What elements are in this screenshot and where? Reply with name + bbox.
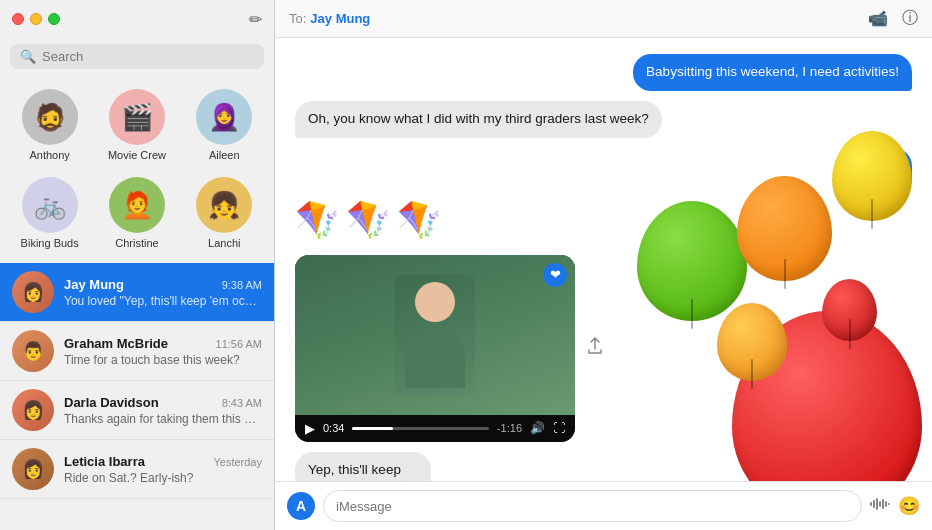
kite-1: 🪁 (295, 199, 340, 241)
avatar-aileen: 🧕 (196, 89, 252, 145)
convo-header-graham: Graham McBride 11:56 AM (64, 336, 262, 351)
contact-pin-moviecrew[interactable]: 🎬 Movie Crew (95, 83, 178, 167)
conversation-item-jay-mung[interactable]: 👩 Jay Mung 9:38 AM You loved "Yep, this'… (0, 263, 274, 322)
share-button[interactable] (587, 337, 603, 359)
convo-name-darla: Darla Davidson (64, 395, 159, 410)
traffic-lights (12, 13, 60, 25)
video-controls[interactable]: ▶ 0:34 -1:16 🔊 ⛶ (295, 415, 575, 442)
video-thumbnail: ❤ (295, 255, 575, 415)
fullscreen-icon[interactable]: ⛶ (553, 421, 565, 435)
info-button[interactable]: ⓘ (902, 8, 918, 29)
message-text-2: Oh, you know what I did with my third gr… (308, 111, 649, 126)
sidebar: ✏ 🔍 🧔 Anthony 🎬 Movie Crew 🧕 Aileen 🚲 Bi… (0, 0, 275, 530)
search-input[interactable] (42, 49, 254, 64)
message-row-2: Oh, you know what I did with my third gr… (295, 101, 912, 138)
convo-header-darla: Darla Davidson 8:43 AM (64, 395, 262, 410)
contact-pin-anthony[interactable]: 🧔 Anthony (8, 83, 91, 167)
svg-rect-1 (873, 500, 875, 508)
svg-rect-6 (888, 503, 890, 505)
contact-pin-christine[interactable]: 🧑‍🦰 Christine (95, 171, 178, 255)
svg-rect-5 (885, 501, 887, 507)
contact-name-bikingbuds: Biking Buds (21, 237, 79, 249)
app-store-icon: A (296, 498, 306, 514)
compose-icon: ✏ (249, 11, 262, 28)
message-text-1: Babysitting this weekend, I need activit… (646, 64, 899, 79)
video-time-remaining: -1:16 (497, 422, 522, 434)
emoji-button[interactable]: 😊 (898, 495, 920, 517)
message-bubble-3: Tell me! (839, 148, 912, 185)
compose-button[interactable]: ✏ (249, 10, 262, 29)
audio-record-icon[interactable] (870, 496, 890, 516)
titlebar: ✏ (0, 0, 274, 38)
message-bubble-reaction: Yep, this'll keep 'em occupied. 🤩 (295, 452, 431, 481)
main-chat: To: Jay Mung 📹 ⓘ Babysitting this weeken… (275, 0, 932, 530)
video-message[interactable]: ❤ ▶ 0:34 -1:16 🔊 ⛶ (295, 255, 575, 442)
convo-time-darla: 8:43 AM (222, 397, 262, 409)
convo-time-jay-mung: 9:38 AM (222, 279, 262, 291)
avatar-leticia: 👩 (12, 448, 54, 490)
conversation-item-leticia[interactable]: 👩 Leticia Ibarra Yesterday Ride on Sat.?… (0, 440, 274, 499)
video-wrapper: ❤ ▶ 0:34 -1:16 🔊 ⛶ (295, 255, 575, 442)
conversation-item-darla[interactable]: 👩 Darla Davidson 8:43 AM Thanks again fo… (0, 381, 274, 440)
contact-pin-aileen[interactable]: 🧕 Aileen (183, 83, 266, 167)
convo-info-jay-mung: Jay Mung 9:38 AM You loved "Yep, this'll… (64, 277, 262, 308)
video-person (295, 255, 575, 415)
avatar-graham: 👨 (12, 330, 54, 372)
app-store-button[interactable]: A (287, 492, 315, 520)
avatar-lanchi: 👧 (196, 177, 252, 233)
chat-input-area: A 😊 (275, 481, 932, 530)
volume-icon[interactable]: 🔊 (530, 421, 545, 435)
convo-preview-leticia: Ride on Sat.? Early-ish? (64, 471, 262, 485)
video-progress-bar[interactable] (352, 427, 489, 430)
contact-name-aileen: Aileen (209, 149, 240, 161)
convo-info-graham: Graham McBride 11:56 AM Time for a touch… (64, 336, 262, 367)
video-call-icon: 📹 (868, 10, 888, 27)
chat-to-label: To: (289, 11, 306, 26)
message-row-1: Babysitting this weekend, I need activit… (295, 54, 912, 91)
message-input[interactable] (323, 490, 862, 522)
message-bubble-1: Babysitting this weekend, I need activit… (633, 54, 912, 91)
kite-2: 🪁 (346, 199, 391, 241)
convo-preview-graham: Time for a touch base this week? (64, 353, 262, 367)
reaction-bubble-wrapper: Yep, this'll keep 'em occupied. 🤩 ❤ (295, 452, 521, 481)
svg-rect-3 (879, 501, 881, 507)
video-progress-fill (352, 427, 393, 430)
contact-name-lanchi: Lanchi (208, 237, 240, 249)
contact-name-anthony: Anthony (29, 149, 69, 161)
play-button[interactable]: ▶ (305, 421, 315, 436)
contact-pin-lanchi[interactable]: 👧 Lanchi (183, 171, 266, 255)
minimize-button[interactable] (30, 13, 42, 25)
convo-info-leticia: Leticia Ibarra Yesterday Ride on Sat.? E… (64, 454, 262, 485)
search-icon: 🔍 (20, 49, 36, 64)
convo-header-leticia: Leticia Ibarra Yesterday (64, 454, 262, 469)
convo-name-graham: Graham McBride (64, 336, 168, 351)
avatar-darla: 👩 (12, 389, 54, 431)
contact-pin-bikingbuds[interactable]: 🚲 Biking Buds (8, 171, 91, 255)
info-icon: ⓘ (902, 9, 918, 26)
chat-messages: Babysitting this weekend, I need activit… (275, 38, 932, 481)
convo-time-graham: 11:56 AM (216, 338, 262, 350)
convo-header-jay-mung: Jay Mung 9:38 AM (64, 277, 262, 292)
avatar-bikingbuds: 🚲 (22, 177, 78, 233)
avatar-anthony: 🧔 (22, 89, 78, 145)
avatar-jay-mung: 👩 (12, 271, 54, 313)
message-text-3: Tell me! (852, 158, 899, 173)
message-row-3: Tell me! (295, 148, 912, 185)
avatar-moviecrew: 🎬 (109, 89, 165, 145)
convo-preview-jay-mung: You loved "Yep, this'll keep 'em occupie… (64, 294, 262, 308)
chat-header: To: Jay Mung 📹 ⓘ (275, 0, 932, 38)
contact-name-christine: Christine (115, 237, 158, 249)
chat-recipient[interactable]: Jay Mung (310, 11, 370, 26)
message-bubble-2: Oh, you know what I did with my third gr… (295, 101, 662, 138)
fullscreen-button[interactable] (48, 13, 60, 25)
convo-info-darla: Darla Davidson 8:43 AM Thanks again for … (64, 395, 262, 426)
pinned-contacts: 🧔 Anthony 🎬 Movie Crew 🧕 Aileen 🚲 Biking… (0, 77, 274, 263)
message-text-reaction: Yep, this'll keep 'em occupied. 🤩 (308, 462, 412, 481)
kite-3: 🪁 (397, 199, 442, 241)
conversation-item-graham[interactable]: 👨 Graham McBride 11:56 AM Time for a tou… (0, 322, 274, 381)
video-heart-reaction: ❤ (543, 263, 567, 287)
svg-rect-0 (870, 502, 872, 506)
contact-name-moviecrew: Movie Crew (108, 149, 166, 161)
close-button[interactable] (12, 13, 24, 25)
video-call-button[interactable]: 📹 (868, 9, 888, 28)
